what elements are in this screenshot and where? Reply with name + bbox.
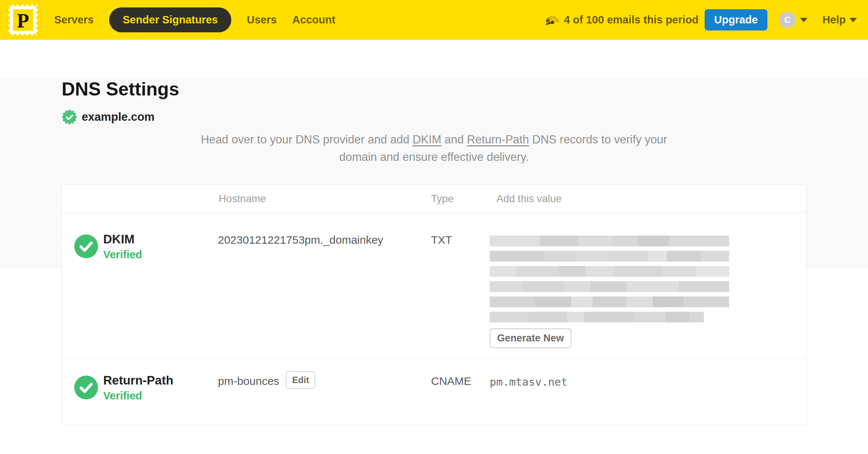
- postmark-logo[interactable]: P: [8, 4, 38, 36]
- nav-item-servers[interactable]: Servers: [54, 14, 94, 26]
- record-type: CNAME: [426, 359, 490, 425]
- intro-text-part: and: [441, 133, 467, 146]
- intro-text: Head over to your DNS provider and add D…: [200, 131, 668, 166]
- record-status: Verified: [103, 390, 173, 402]
- redacted-value-bar: [490, 251, 729, 262]
- chevron-down-icon: [800, 18, 807, 22]
- edit-button[interactable]: Edit: [286, 371, 315, 389]
- help-menu[interactable]: Help: [822, 14, 857, 26]
- redacted-value-bar: [490, 236, 729, 246]
- help-label: Help: [822, 14, 846, 26]
- table-row-return-path: Return-Path Verified pm-bounces Edit CNA…: [62, 358, 806, 425]
- generate-new-button[interactable]: Generate New: [490, 328, 571, 348]
- usage-count-text: 4 of 100 emails this period: [564, 14, 699, 26]
- primary-nav: Servers Sender Signatures Users Account: [54, 7, 335, 32]
- nav-item-sender-signatures[interactable]: Sender Signatures: [109, 7, 231, 32]
- column-header-hostname: Hostname: [218, 193, 426, 205]
- main-content: DNS Settings example.com Head over to yo…: [0, 79, 868, 454]
- avatar[interactable]: C: [779, 12, 796, 28]
- domain-row: example.com: [62, 109, 806, 125]
- redacted-value-bar: [490, 312, 704, 322]
- table-row-dkim: DKIM Verified 20230121221753pm._domainke…: [62, 213, 806, 358]
- upgrade-button[interactable]: Upgrade: [705, 9, 768, 30]
- record-type: TXT: [426, 213, 490, 358]
- record-name: Return-Path: [103, 373, 173, 387]
- record-hostname: 20230121221753pm._domainkey: [218, 213, 426, 358]
- logo-letter: P: [17, 10, 29, 32]
- account-menu[interactable]: C: [779, 12, 807, 28]
- column-header-type: Type: [426, 193, 490, 205]
- column-header-add-this-value: Add this value: [490, 193, 806, 205]
- redacted-value-bar: [490, 281, 729, 292]
- chevron-down-icon: [849, 18, 857, 22]
- return-path-link[interactable]: Return-Path: [467, 133, 529, 146]
- usage-meter: 4 of 100 emails this period: [545, 13, 699, 27]
- dns-records-table: Hostname Type Add this value DKIM Verifi…: [62, 184, 807, 425]
- page-title: DNS Settings: [62, 79, 806, 100]
- record-hostname: pm-bounces: [218, 375, 279, 387]
- nav-item-users[interactable]: Users: [247, 14, 277, 26]
- record-value-redacted: Generate New: [490, 213, 806, 358]
- top-navigation-bar: P Servers Sender Signatures Users Accoun…: [0, 0, 868, 40]
- verified-badge-icon: [62, 109, 77, 125]
- nav-item-account[interactable]: Account: [292, 14, 335, 26]
- table-header-row: Hostname Type Add this value: [62, 185, 806, 213]
- verified-check-icon: [74, 376, 98, 399]
- intro-text-part: Head over to your DNS provider and add: [201, 133, 412, 146]
- dkim-link[interactable]: DKIM: [412, 133, 441, 146]
- record-status: Verified: [103, 249, 142, 261]
- gauge-icon: [545, 13, 559, 27]
- domain-name: example.com: [82, 110, 154, 124]
- record-value: pm.mtasv.net: [490, 359, 806, 425]
- record-name: DKIM: [103, 232, 142, 246]
- redacted-value-bar: [490, 296, 729, 307]
- redacted-value-bar: [490, 266, 729, 277]
- verified-check-icon: [74, 234, 98, 258]
